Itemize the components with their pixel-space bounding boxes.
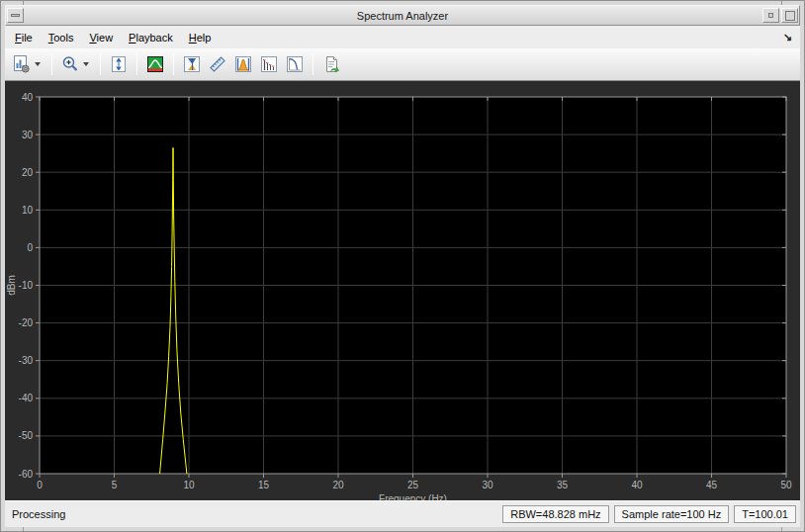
svg-text:-20: -20 (19, 317, 34, 328)
channel-measurements-button[interactable] (230, 51, 256, 77)
ccdf-measurements-icon (285, 54, 305, 74)
minimize-button[interactable] (762, 8, 779, 23)
svg-text:5: 5 (112, 480, 118, 490)
svg-text:0: 0 (37, 480, 43, 490)
svg-text:45: 45 (706, 480, 718, 490)
toolbar-separator (51, 53, 52, 75)
zoom-in-icon (60, 54, 80, 74)
toolbar-separator (100, 53, 101, 75)
status-message: Processing (12, 508, 65, 520)
ccdf-measurements-button[interactable] (282, 51, 308, 77)
minimize-icon (768, 13, 773, 18)
cursor-measurements-icon (182, 54, 202, 74)
sample-rate-panel: Sample rate=100 Hz (614, 505, 730, 523)
svg-text:35: 35 (557, 480, 569, 490)
menu-tools[interactable]: Tools (48, 32, 74, 44)
svg-text:30: 30 (22, 130, 34, 140)
window-menu-dash-icon (11, 14, 20, 17)
menu-bar: File Tools View Playback Help ↘ (5, 26, 800, 48)
export-icon (321, 54, 341, 74)
svg-text:40: 40 (631, 480, 643, 490)
spectrum-settings-dropdown-arrow-icon[interactable] (35, 62, 41, 66)
svg-text:-40: -40 (19, 393, 34, 403)
svg-text:10: 10 (183, 480, 195, 490)
window-title: Spectrum Analyzer (6, 10, 799, 22)
svg-text:-10: -10 (19, 280, 34, 291)
spectrum-settings-icon (12, 54, 32, 74)
time-panel: T=100.01 (734, 505, 796, 523)
toolbar-separator (136, 53, 137, 75)
svg-text:30: 30 (482, 480, 493, 490)
distortion-measurements-button[interactable] (256, 51, 282, 77)
export-button[interactable] (318, 51, 344, 77)
rbw-panel: RBW=48.828 mHz (502, 505, 608, 523)
window-menu-button[interactable] (7, 8, 24, 23)
svg-text:20: 20 (332, 480, 344, 490)
frame-notch (781, 527, 782, 531)
dock-arrow-icon[interactable]: ↘ (783, 31, 792, 44)
svg-text:-60: -60 (19, 469, 34, 480)
svg-text:25: 25 (407, 480, 419, 490)
svg-text:15: 15 (258, 480, 270, 490)
channel-measurements-icon (233, 54, 253, 74)
zoom-in-button[interactable] (57, 51, 83, 77)
maximize-icon (785, 11, 795, 21)
svg-text:10: 10 (22, 205, 34, 216)
toolbar-separator (313, 53, 313, 75)
svg-text:50: 50 (780, 480, 792, 490)
menu-view[interactable]: View (89, 32, 113, 44)
maximize-button[interactable] (781, 8, 798, 23)
peak-finder-button[interactable] (205, 51, 230, 77)
plot-panel: 05101520253035404550-60-50-40-30-20-1001… (5, 81, 800, 500)
spectral-mask-icon (145, 54, 165, 74)
cursor-measurements-button[interactable] (179, 51, 205, 77)
svg-text:0: 0 (27, 242, 33, 253)
spectrum-analyzer-window: Spectrum Analyzer File Tools View Playba… (0, 0, 805, 532)
menu-file[interactable]: File (15, 32, 33, 44)
menu-playback[interactable]: Playback (129, 32, 173, 44)
svg-text:Frequency (Hz): Frequency (Hz) (379, 493, 447, 500)
zoom-dropdown-arrow-icon[interactable] (83, 62, 89, 66)
svg-text:40: 40 (22, 92, 34, 103)
svg-text:20: 20 (22, 167, 34, 178)
spectrum-settings-button[interactable] (9, 51, 35, 77)
scale-axes-icon (109, 54, 129, 74)
spectral-mask-button[interactable] (142, 51, 168, 77)
status-bar: Processing RBW=48.828 mHz Sample rate=10… (5, 500, 800, 527)
menu-help[interactable]: Help (189, 32, 212, 44)
scale-axes-button[interactable] (106, 51, 132, 77)
svg-text:-50: -50 (19, 430, 34, 441)
spectrum-plot-canvas[interactable]: 05101520253035404550-60-50-40-30-20-1001… (5, 81, 802, 500)
toolbar-separator (173, 53, 174, 75)
distortion-measurements-icon (259, 54, 279, 74)
frame-notch (23, 527, 24, 531)
peak-ruler-icon (208, 54, 227, 74)
svg-text:dBm: dBm (6, 275, 17, 296)
title-bar[interactable]: Spectrum Analyzer (5, 5, 800, 26)
svg-text:-30: -30 (19, 355, 34, 366)
toolbar (5, 48, 800, 81)
